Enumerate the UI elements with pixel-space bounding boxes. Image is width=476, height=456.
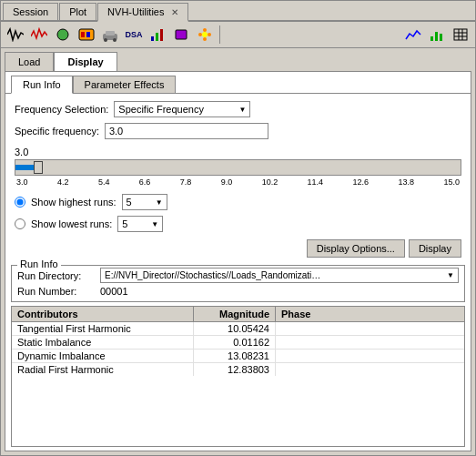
phase-3 [276, 363, 358, 376]
svg-point-15 [198, 33, 202, 36]
tab-bar: Session Plot NVH-Utilities ✕ [1, 1, 475, 22]
main-panel: Run Info Parameter Effects Frequency Sel… [5, 71, 471, 451]
header-phase: Phase [276, 307, 358, 321]
flower-icon[interactable] [194, 25, 216, 45]
circle-icon[interactable] [52, 25, 74, 45]
svg-rect-2 [81, 32, 85, 37]
svg-rect-9 [156, 33, 158, 41]
svg-point-14 [203, 37, 207, 41]
contributor-0: Tangential First Harmonic [12, 322, 194, 335]
specific-frequency-input[interactable] [105, 123, 268, 139]
magnitude-2: 13.08231 [194, 350, 276, 362]
svg-rect-3 [86, 32, 90, 37]
slider-area: 3.0 3.0 4.2 5.4 6.6 7.8 9.0 10.2 11.4 [15, 147, 461, 187]
tab-load[interactable]: Load [5, 52, 54, 72]
table-row: Radial First Harmonic 12.83803 [12, 363, 464, 376]
frequency-selection-row: Frequency Selection: Specific Frequency … [15, 101, 461, 117]
main-window: Session Plot NVH-Utilities ✕ DSA [0, 0, 476, 456]
show-lowest-radio[interactable] [15, 218, 25, 229]
table-row: Tangential First Harmonic 10.05424 [12, 322, 464, 336]
svg-rect-17 [430, 36, 433, 41]
show-highest-radio[interactable] [15, 197, 25, 208]
slider-track[interactable] [15, 159, 461, 176]
svg-point-7 [113, 38, 116, 42]
slider-labels: 3.0 4.2 5.4 6.6 7.8 9.0 10.2 11.4 12.6 1… [15, 177, 461, 187]
table-row: Static Imbalance 0.01162 [12, 336, 464, 350]
car-icon[interactable] [99, 25, 121, 45]
show-highest-row: Show highest runs: 5 ▼ [15, 194, 461, 210]
dsa-icon[interactable]: DSA [123, 25, 145, 45]
toolbar-separator [219, 25, 220, 44]
wave2-icon[interactable] [28, 25, 50, 45]
run-directory-label: Run Directory: [17, 270, 95, 281]
dropdown-arrow4-icon: ▼ [438, 271, 454, 279]
box-icon[interactable] [170, 25, 192, 45]
chart-icon[interactable] [147, 25, 168, 45]
button-row: Display Options... Display [15, 239, 461, 258]
magnitude-1: 0.01162 [194, 336, 276, 349]
dropdown-arrow2-icon: ▼ [147, 198, 163, 207]
tab-display[interactable]: Display [54, 52, 116, 72]
svg-point-12 [202, 32, 208, 37]
magnitude-3: 12.83803 [194, 363, 276, 376]
svg-point-13 [203, 28, 207, 32]
header-magnitude: Magnitude [194, 307, 276, 321]
show-lowest-row: Show lowest runs: 5 ▼ [15, 216, 461, 232]
dropdown-arrow3-icon: ▼ [142, 220, 158, 228]
run-number-value: 00001 [100, 286, 128, 297]
tab-nvh-utilities[interactable]: NVH-Utilities ✕ [97, 3, 187, 22]
svg-point-0 [57, 29, 68, 40]
run-number-label: Run Number: [17, 286, 95, 297]
show-highest-dropdown[interactable]: 5 ▼ [122, 194, 167, 210]
show-lowest-dropdown[interactable]: 5 ▼ [117, 216, 163, 232]
content-area: Load Display Run Info Parameter Effects [1, 48, 475, 455]
display-options-button[interactable]: Display Options... [307, 239, 405, 258]
palette-icon[interactable] [76, 25, 97, 45]
display-button[interactable]: Display [409, 239, 461, 258]
toolbar: DSA [1, 22, 475, 48]
grid-icon[interactable] [450, 25, 471, 45]
svg-point-16 [208, 33, 211, 36]
contributors-table: Contributors Magnitude Phase Tangential … [11, 306, 465, 447]
tab-session[interactable]: Session [3, 3, 58, 20]
bar2-icon[interactable] [426, 25, 448, 45]
show-highest-label: Show highest runs: [31, 197, 116, 208]
svg-point-6 [104, 38, 107, 42]
svg-rect-19 [440, 34, 442, 41]
chart2-icon[interactable] [402, 25, 424, 45]
table-row: Dynamic Imbalance 13.08231 [12, 350, 464, 363]
svg-rect-18 [435, 32, 438, 41]
frequency-selection-dropdown[interactable]: Specific Frequency ▼ [114, 101, 250, 117]
svg-rect-8 [151, 36, 154, 41]
run-info-section: Run Info Run Directory: E://NVH_Director… [11, 265, 465, 302]
table-header: Contributors Magnitude Phase [12, 307, 464, 322]
phase-1 [276, 336, 358, 349]
dropdown-arrow-icon: ▼ [229, 106, 246, 114]
tab-close-icon[interactable]: ✕ [171, 7, 178, 17]
tab-plot[interactable]: Plot [59, 3, 96, 20]
show-lowest-label: Show lowest runs: [31, 218, 112, 229]
wave-icon[interactable] [5, 25, 26, 45]
svg-rect-10 [160, 29, 163, 41]
phase-0 [276, 322, 358, 335]
phase-2 [276, 350, 358, 362]
specific-frequency-row: Specific frequency: [15, 123, 461, 139]
slider-thumb[interactable] [34, 161, 43, 174]
specific-frequency-label: Specific frequency: [15, 126, 99, 137]
sub-tab-parameter-effects[interactable]: Parameter Effects [73, 76, 177, 93]
svg-rect-20 [454, 29, 467, 40]
run-number-row: Run Number: 00001 [17, 286, 459, 297]
sub-tab-run-info[interactable]: Run Info [11, 76, 73, 94]
sub-tabs: Run Info Parameter Effects [5, 72, 471, 94]
magnitude-0: 10.05424 [194, 322, 276, 335]
slider-value-label: 3.0 [15, 147, 461, 157]
form-area: Frequency Selection: Specific Frequency … [5, 94, 471, 265]
run-directory-dropdown[interactable]: E://NVH_Director//Stochastics//Loads_Ran… [100, 268, 459, 283]
run-info-title: Run Info [17, 258, 61, 269]
run-directory-row: Run Directory: E://NVH_Director//Stochas… [17, 268, 459, 283]
svg-rect-11 [176, 30, 187, 39]
contributor-1: Static Imbalance [12, 336, 194, 349]
frequency-selection-label: Frequency Selection: [15, 104, 108, 115]
contributor-3: Radial First Harmonic [12, 363, 194, 376]
toolbar-right [402, 25, 471, 45]
